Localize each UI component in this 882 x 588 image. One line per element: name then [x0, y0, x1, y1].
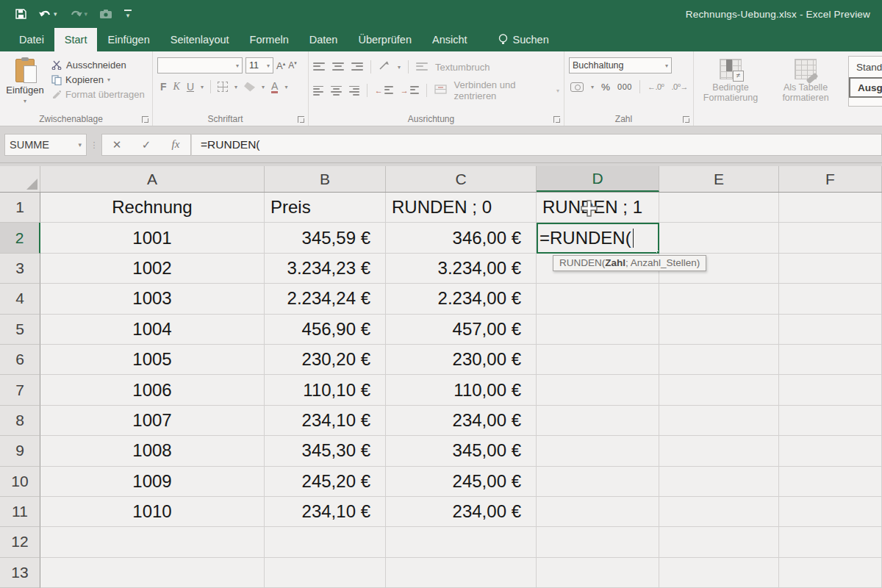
- accounting-format-icon[interactable]: [570, 82, 584, 92]
- row-header-6[interactable]: 6: [0, 345, 40, 375]
- cell-C2[interactable]: 346,00 €: [386, 223, 537, 253]
- cell-C6[interactable]: 230,00 €: [386, 345, 537, 375]
- cell-C10[interactable]: 245,00 €: [386, 467, 537, 497]
- tab-datei[interactable]: Datei: [9, 28, 54, 51]
- cell-A5[interactable]: 1004: [40, 315, 265, 345]
- cell-D9[interactable]: [537, 436, 659, 466]
- tab-seitenlayout[interactable]: Seitenlayout: [160, 28, 240, 51]
- percent-style-button[interactable]: %: [601, 82, 610, 93]
- borders-dropdown-icon[interactable]: ▾: [234, 84, 237, 90]
- cell-C4[interactable]: 2.234,00 €: [386, 284, 537, 314]
- cell-E13[interactable]: [659, 558, 779, 588]
- cell-D10[interactable]: [537, 467, 659, 497]
- cell-E6[interactable]: [659, 345, 779, 375]
- row-header-8[interactable]: 8: [0, 406, 40, 436]
- cell-style-standard[interactable]: Standard: [849, 57, 882, 77]
- cell-F5[interactable]: [779, 315, 882, 345]
- cell-B11[interactable]: 234,10 €: [265, 497, 386, 527]
- underline-dropdown-icon[interactable]: ▾: [201, 84, 204, 90]
- cell-F6[interactable]: [779, 345, 882, 375]
- cell-C8[interactable]: 234,00 €: [386, 406, 537, 436]
- cell-C9[interactable]: 345,00 €: [386, 436, 537, 466]
- cell-A1[interactable]: Rechnung: [40, 193, 265, 223]
- align-center-icon[interactable]: [331, 86, 341, 96]
- row-header-5[interactable]: 5: [0, 315, 40, 345]
- cell-B6[interactable]: 230,20 €: [265, 345, 386, 375]
- name-box-dropdown-icon[interactable]: ▾: [78, 141, 82, 148]
- cell-A8[interactable]: 1007: [40, 406, 265, 436]
- orientation-dropdown-icon[interactable]: ▾: [398, 64, 401, 71]
- font-size-combobox[interactable]: 11▾: [245, 57, 273, 74]
- tab-start[interactable]: Start: [54, 28, 98, 51]
- cell-D2[interactable]: =RUNDEN(: [537, 223, 659, 253]
- cell-B3[interactable]: 3.234,23 €: [265, 254, 386, 284]
- cell-style-ausgabe[interactable]: Ausgabe: [849, 77, 882, 98]
- row-header-7[interactable]: 7: [0, 375, 40, 405]
- number-format-combobox[interactable]: Buchhaltung▾: [569, 57, 672, 74]
- column-header-C[interactable]: C: [386, 166, 537, 192]
- cell-E5[interactable]: [659, 315, 779, 345]
- cell-E12[interactable]: [659, 527, 779, 557]
- insert-function-button[interactable]: fx: [161, 138, 190, 151]
- cell-F4[interactable]: [779, 284, 882, 314]
- borders-icon[interactable]: [218, 82, 228, 92]
- cell-F12[interactable]: [779, 527, 882, 557]
- clipboard-dialog-launcher[interactable]: [142, 116, 148, 123]
- column-header-D[interactable]: D: [537, 166, 659, 192]
- cell-C12[interactable]: [386, 527, 537, 557]
- save-icon[interactable]: [15, 8, 26, 20]
- comma-style-button[interactable]: 000: [617, 82, 632, 91]
- row-header-10[interactable]: 10: [0, 467, 40, 497]
- cell-E2[interactable]: [659, 223, 779, 253]
- align-left-icon[interactable]: [313, 86, 323, 96]
- decrease-decimal-icon[interactable]: .0⁰→: [671, 82, 688, 92]
- cell-D12[interactable]: [537, 527, 659, 557]
- orientation-icon[interactable]: [379, 60, 390, 74]
- cell-C13[interactable]: [386, 558, 537, 588]
- cell-E11[interactable]: [659, 497, 779, 527]
- font-color-dropdown-icon[interactable]: ▾: [284, 84, 287, 90]
- align-top-icon[interactable]: [313, 62, 325, 72]
- cell-A11[interactable]: 1010: [40, 497, 265, 527]
- cell-D7[interactable]: [537, 375, 659, 405]
- accounting-dropdown-icon[interactable]: ▾: [591, 84, 594, 90]
- column-header-F[interactable]: F: [779, 166, 882, 192]
- cell-A12[interactable]: [40, 527, 265, 557]
- cell-C5[interactable]: 457,00 €: [386, 315, 537, 345]
- row-header-13[interactable]: 13: [0, 558, 40, 588]
- cell-D4[interactable]: [537, 284, 659, 314]
- cell-A4[interactable]: 1003: [40, 284, 265, 314]
- cell-A7[interactable]: 1006: [40, 375, 265, 405]
- row-header-11[interactable]: 11: [0, 497, 40, 527]
- cell-A2[interactable]: 1001: [40, 223, 265, 253]
- align-middle-icon[interactable]: [332, 62, 344, 72]
- tab-ueberpruefen[interactable]: Überprüfen: [348, 28, 422, 51]
- row-header-12[interactable]: 12: [0, 527, 40, 557]
- bold-button[interactable]: F: [160, 81, 167, 93]
- tab-einfuegen[interactable]: Einfügen: [97, 28, 159, 51]
- column-header-A[interactable]: A: [40, 166, 265, 192]
- tab-daten[interactable]: Daten: [299, 28, 348, 51]
- align-bottom-icon[interactable]: [351, 62, 363, 72]
- cell-A9[interactable]: 1008: [40, 436, 265, 466]
- cell-D13[interactable]: [537, 558, 659, 588]
- cell-F3[interactable]: [779, 254, 882, 284]
- cut-button[interactable]: Ausschneiden: [51, 60, 145, 71]
- customize-qat-icon[interactable]: ▾: [124, 10, 132, 19]
- tab-ansicht[interactable]: Ansicht: [422, 28, 478, 51]
- cell-F2[interactable]: [779, 223, 882, 253]
- cell-E8[interactable]: [659, 406, 779, 436]
- undo-dropdown-icon[interactable]: ▾: [54, 10, 57, 18]
- cell-B1[interactable]: Preis: [265, 193, 386, 223]
- cell-B10[interactable]: 245,20 €: [265, 467, 386, 497]
- cell-E1[interactable]: [659, 193, 779, 223]
- cell-A13[interactable]: [40, 558, 265, 588]
- increase-font-size-icon[interactable]: A▴: [276, 60, 285, 71]
- cell-E4[interactable]: [659, 284, 779, 314]
- italic-button[interactable]: K: [173, 81, 180, 93]
- fill-color-dropdown-icon[interactable]: ▾: [262, 84, 265, 90]
- fill-handle[interactable]: [656, 251, 659, 254]
- align-right-icon[interactable]: [349, 86, 359, 96]
- cell-D5[interactable]: [537, 315, 659, 345]
- cell-E7[interactable]: [659, 375, 779, 405]
